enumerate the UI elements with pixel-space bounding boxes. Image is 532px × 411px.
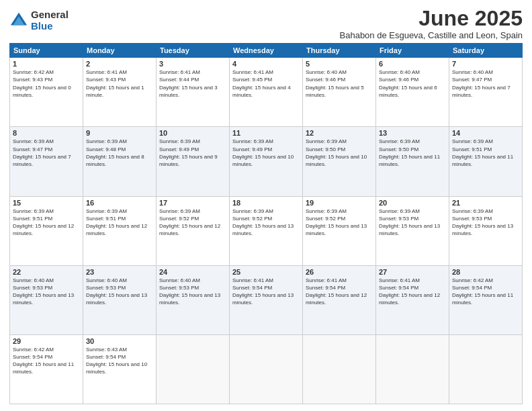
calendar-week-row: 1Sunrise: 6:42 AMSunset: 9:43 PMDaylight… [10,58,523,127]
calendar-day-cell: 15Sunrise: 6:39 AMSunset: 9:51 PMDayligh… [10,196,83,265]
calendar-day-cell: 11Sunrise: 6:39 AMSunset: 9:49 PMDayligh… [230,127,303,196]
day-number: 13 [379,129,446,137]
day-info: Sunrise: 6:39 AMSunset: 9:49 PMDaylight:… [232,138,300,168]
day-info: Sunrise: 6:39 AMSunset: 9:50 PMDaylight:… [379,138,446,168]
day-info: Sunrise: 6:40 AMSunset: 9:53 PMDaylight:… [86,277,153,307]
day-info: Sunrise: 6:39 AMSunset: 9:52 PMDaylight:… [232,208,300,238]
day-number: 10 [159,129,226,137]
calendar-day-cell: 29Sunrise: 6:42 AMSunset: 9:54 PMDayligh… [10,334,83,404]
day-number: 27 [379,268,446,276]
day-number: 6 [379,60,446,68]
calendar-day-cell: 13Sunrise: 6:39 AMSunset: 9:50 PMDayligh… [376,127,449,196]
calendar-day-cell: 20Sunrise: 6:39 AMSunset: 9:53 PMDayligh… [376,196,449,265]
day-info: Sunrise: 6:39 AMSunset: 9:53 PMDaylight:… [452,208,519,238]
day-info: Sunrise: 6:39 AMSunset: 9:51 PMDaylight:… [13,208,80,238]
day-info: Sunrise: 6:39 AMSunset: 9:49 PMDaylight:… [159,138,226,168]
calendar-day-cell: 23Sunrise: 6:40 AMSunset: 9:53 PMDayligh… [83,265,157,334]
calendar-day-cell [449,334,523,404]
calendar-day-cell: 16Sunrise: 6:39 AMSunset: 9:51 PMDayligh… [83,196,157,265]
day-info: Sunrise: 6:39 AMSunset: 9:53 PMDaylight:… [379,208,446,238]
calendar-day-cell [157,334,230,404]
logo-icon [9,11,28,30]
day-number: 21 [452,199,519,207]
day-info: Sunrise: 6:41 AMSunset: 9:54 PMDaylight:… [306,277,373,307]
day-number: 30 [86,337,153,345]
day-info: Sunrise: 6:41 AMSunset: 9:54 PMDaylight:… [379,277,446,307]
logo-blue: Blue [31,21,69,32]
calendar-week-row: 29Sunrise: 6:42 AMSunset: 9:54 PMDayligh… [10,334,523,404]
day-number: 12 [306,129,373,137]
day-info: Sunrise: 6:39 AMSunset: 9:50 PMDaylight:… [306,138,373,168]
day-info: Sunrise: 6:42 AMSunset: 9:54 PMDaylight:… [13,346,80,376]
day-number: 18 [232,199,300,207]
calendar-day-cell: 8Sunrise: 6:39 AMSunset: 9:47 PMDaylight… [10,127,83,196]
day-number: 22 [13,268,80,276]
calendar-day-cell: 24Sunrise: 6:40 AMSunset: 9:53 PMDayligh… [157,265,230,334]
day-number: 9 [86,129,153,137]
day-number: 23 [86,268,153,276]
day-info: Sunrise: 6:39 AMSunset: 9:48 PMDaylight:… [86,138,153,168]
day-number: 25 [232,268,300,276]
calendar-header-cell: Wednesday [230,44,303,58]
day-info: Sunrise: 6:39 AMSunset: 9:47 PMDaylight:… [13,138,80,168]
day-number: 24 [159,268,226,276]
calendar-day-cell: 30Sunrise: 6:43 AMSunset: 9:54 PMDayligh… [83,334,157,404]
calendar-table: SundayMondayTuesdayWednesdayThursdayFrid… [9,43,523,404]
calendar-day-cell: 12Sunrise: 6:39 AMSunset: 9:50 PMDayligh… [303,127,376,196]
day-info: Sunrise: 6:40 AMSunset: 9:46 PMDaylight:… [379,68,446,99]
calendar-day-cell: 17Sunrise: 6:39 AMSunset: 9:52 PMDayligh… [157,196,230,265]
day-number: 15 [13,199,80,207]
calendar-body: 1Sunrise: 6:42 AMSunset: 9:43 PMDaylight… [10,58,523,404]
day-number: 1 [13,60,80,68]
calendar-day-cell: 26Sunrise: 6:41 AMSunset: 9:54 PMDayligh… [303,265,376,334]
day-info: Sunrise: 6:42 AMSunset: 9:43 PMDaylight:… [13,68,80,99]
day-number: 17 [159,199,226,207]
day-number: 14 [452,129,519,137]
calendar-day-cell: 10Sunrise: 6:39 AMSunset: 9:49 PMDayligh… [157,127,230,196]
calendar-day-cell: 4Sunrise: 6:41 AMSunset: 9:45 PMDaylight… [230,58,303,127]
calendar-day-cell: 7Sunrise: 6:40 AMSunset: 9:47 PMDaylight… [449,58,523,127]
day-number: 2 [86,60,153,68]
calendar-header-cell: Friday [376,44,449,58]
day-info: Sunrise: 6:40 AMSunset: 9:53 PMDaylight:… [159,277,226,307]
day-info: Sunrise: 6:41 AMSunset: 9:54 PMDaylight:… [232,277,300,307]
day-info: Sunrise: 6:42 AMSunset: 9:54 PMDaylight:… [452,277,519,307]
day-number: 28 [452,268,519,276]
calendar-header-row: SundayMondayTuesdayWednesdayThursdayFrid… [10,44,523,58]
day-info: Sunrise: 6:40 AMSunset: 9:53 PMDaylight:… [13,277,80,307]
calendar-day-cell: 6Sunrise: 6:40 AMSunset: 9:46 PMDaylight… [376,58,449,127]
calendar-day-cell: 21Sunrise: 6:39 AMSunset: 9:53 PMDayligh… [449,196,523,265]
logo-general: General [31,9,69,21]
calendar-day-cell: 14Sunrise: 6:39 AMSunset: 9:51 PMDayligh… [449,127,523,196]
day-number: 3 [159,60,226,68]
calendar-day-cell: 22Sunrise: 6:40 AMSunset: 9:53 PMDayligh… [10,265,83,334]
calendar-header-cell: Saturday [449,44,523,58]
day-number: 11 [232,129,300,137]
calendar-day-cell: 5Sunrise: 6:40 AMSunset: 9:46 PMDaylight… [303,58,376,127]
day-number: 19 [306,199,373,207]
calendar-day-cell [303,334,376,404]
calendar-day-cell [376,334,449,404]
title-block: June 2025 Bahabon de Esgueva, Castille a… [340,7,523,40]
calendar-day-cell: 9Sunrise: 6:39 AMSunset: 9:48 PMDaylight… [83,127,157,196]
calendar-day-cell: 2Sunrise: 6:41 AMSunset: 9:43 PMDaylight… [83,58,157,127]
calendar-day-cell [230,334,303,404]
day-number: 29 [13,337,80,345]
calendar-day-cell: 25Sunrise: 6:41 AMSunset: 9:54 PMDayligh… [230,265,303,334]
calendar-header-cell: Sunday [10,44,83,58]
calendar-day-cell: 19Sunrise: 6:39 AMSunset: 9:52 PMDayligh… [303,196,376,265]
calendar-day-cell: 3Sunrise: 6:41 AMSunset: 9:44 PMDaylight… [157,58,230,127]
day-number: 4 [232,60,300,68]
day-info: Sunrise: 6:39 AMSunset: 9:52 PMDaylight:… [306,208,373,238]
day-info: Sunrise: 6:40 AMSunset: 9:47 PMDaylight:… [452,68,519,99]
location-title: Bahabon de Esgueva, Castille and Leon, S… [340,30,523,40]
logo: General Blue [9,9,69,32]
day-number: 20 [379,199,446,207]
day-info: Sunrise: 6:40 AMSunset: 9:46 PMDaylight:… [306,68,373,99]
day-number: 8 [13,129,80,137]
day-number: 26 [306,268,373,276]
calendar-day-cell: 28Sunrise: 6:42 AMSunset: 9:54 PMDayligh… [449,265,523,334]
calendar-week-row: 8Sunrise: 6:39 AMSunset: 9:47 PMDaylight… [10,127,523,196]
day-info: Sunrise: 6:43 AMSunset: 9:54 PMDaylight:… [86,346,153,376]
header: General Blue June 2025 Bahabon de Esguev… [9,7,523,40]
